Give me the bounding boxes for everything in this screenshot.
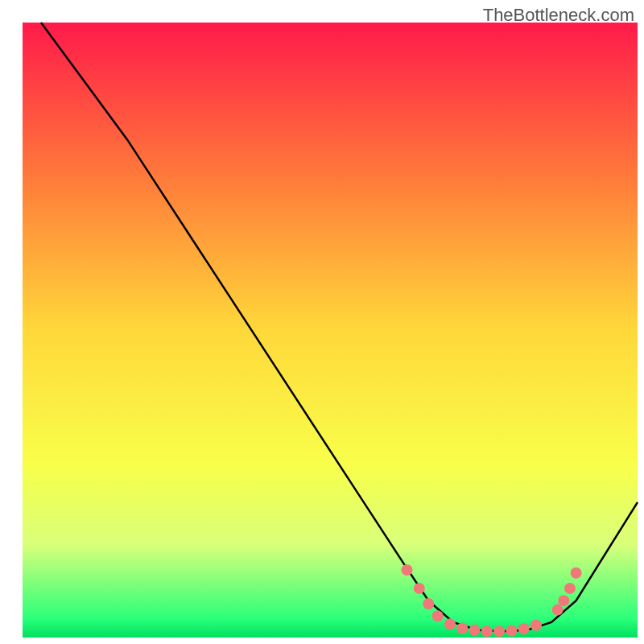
chart-dot xyxy=(571,568,582,579)
watermark-text: TheBottleneck.com xyxy=(483,5,634,26)
chart-svg xyxy=(0,0,644,644)
chart-dot xyxy=(402,564,413,576)
chart-dot xyxy=(456,623,468,634)
chart-dot xyxy=(423,598,434,609)
chart-dot xyxy=(444,618,456,630)
chart-dot xyxy=(493,625,505,637)
chart-dot xyxy=(552,605,564,616)
chart-dot xyxy=(469,625,481,636)
chart-dot xyxy=(481,625,493,637)
chart-dot xyxy=(530,620,542,631)
chart-dot xyxy=(414,583,425,594)
chart-dot xyxy=(518,623,530,634)
chart-dot xyxy=(564,583,576,594)
chart-dot xyxy=(558,595,569,606)
chart-container: TheBottleneck.com xyxy=(0,0,644,644)
chart-background xyxy=(23,23,638,638)
chart-dot xyxy=(432,610,444,621)
chart-dot xyxy=(506,625,517,637)
